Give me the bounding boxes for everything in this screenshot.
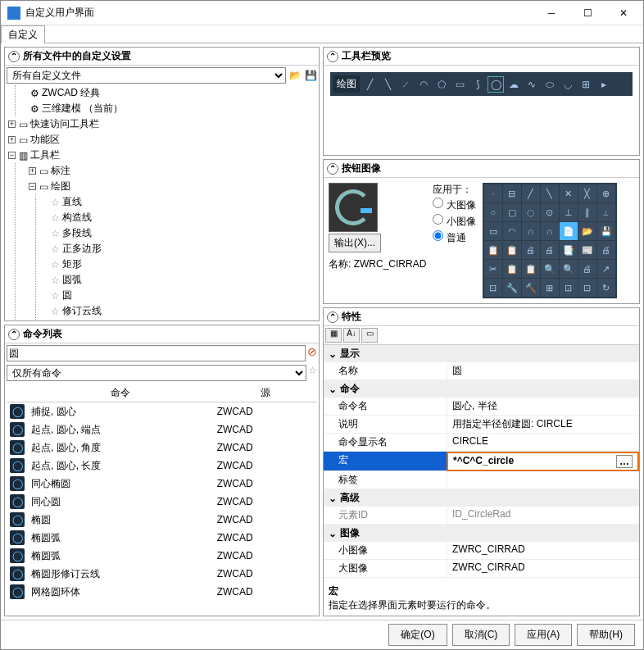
command-row[interactable]: ◯网格圆环体ZWCAD — [7, 583, 317, 601]
prop-desc[interactable]: 用指定半径创建圆: CIRCLE — [447, 416, 639, 434]
tree-item[interactable]: ☆修订云线 — [49, 303, 315, 319]
command-row[interactable]: ◯捕捉, 圆心ZWCAD — [7, 402, 317, 421]
insert-icon[interactable]: ⊞ — [578, 76, 594, 93]
help-button[interactable]: 帮助(H) — [577, 624, 635, 646]
prop-help-body: 指定在选择界面元素时要运行的命令。 — [329, 598, 634, 612]
prop-dispname[interactable]: CIRCLE — [447, 434, 639, 452]
command-row[interactable]: ◯椭圆ZWCAD — [7, 511, 317, 529]
command-row[interactable]: ◯起点, 圆心, 长度ZWCAD — [7, 457, 317, 475]
star-icon: ☆ — [49, 213, 61, 223]
more-icon[interactable]: ▸ — [596, 76, 612, 93]
prop-sort-button[interactable]: A↓ — [343, 328, 360, 343]
polygon-icon[interactable]: ⬠ — [433, 76, 450, 93]
radio-small[interactable]: 小图像 — [433, 213, 475, 230]
command-icon: ◯ — [10, 494, 25, 509]
prop-cmdname[interactable]: 圆心, 半径 — [447, 398, 639, 416]
tree-item[interactable]: ☆直线 — [49, 194, 315, 210]
arc-icon[interactable]: ◠ — [415, 76, 432, 93]
command-row[interactable]: ◯起点, 圆心, 端点ZWCAD — [7, 420, 317, 439]
chevron-down-icon[interactable]: ⌄ — [329, 348, 337, 360]
ellipse-icon[interactable]: ⬭ — [542, 76, 558, 93]
toolbar-preview: 绘图 ╱ ╲ ⟋ ◠ ⬠ ▭ ⟆ ◯ ☁ ∿ ⬭ ◡ ⊞ ▸ — [330, 72, 633, 96]
cloud-icon[interactable]: ☁ — [506, 76, 522, 93]
radio-normal[interactable]: 普通 — [433, 230, 475, 246]
spline-icon[interactable]: ∿ — [524, 76, 540, 93]
favorite-icon[interactable]: ☆ — [308, 365, 317, 381]
settings-tree[interactable]: ⚙ZWCAD 经典 ⚙三维建模 （当前） +▭快速访问工具栏 +▭功能区 −▥工… — [7, 84, 317, 320]
prop-name[interactable]: 圆 — [447, 362, 639, 380]
collapse-icon[interactable]: ⌃ — [8, 329, 20, 340]
icon-palette[interactable]: ·⊟╱╲✕╳⊕ ○▢◌⊙⊥∥⟂ ▭◠∩∩📄📂💾 📋📋🖨🖨📑📰🖨 ✂📋📋🔍🔍🖨↗ … — [483, 183, 617, 298]
tab-customize[interactable]: 自定义 — [1, 25, 45, 43]
command-row[interactable]: ◯同心椭圆ZWCAD — [7, 475, 317, 493]
collapse-icon[interactable]: ⌃ — [327, 311, 338, 323]
cancel-button[interactable]: 取消(C) — [452, 624, 510, 646]
command-icon: ◯ — [10, 512, 25, 527]
prop-tag[interactable] — [447, 471, 639, 489]
command-icon: ◯ — [10, 530, 25, 545]
arc2-icon[interactable]: ⟆ — [469, 76, 486, 93]
command-icon: ◯ — [10, 548, 25, 563]
panel-title-preview: 工具栏预览 — [342, 49, 391, 63]
titlebar: 自定义用户界面 ─ ☐ ✕ — [1, 1, 643, 25]
command-icon: ◯ — [10, 458, 25, 473]
prop-page-button[interactable]: ▭ — [361, 328, 378, 343]
prop-smallimg[interactable]: ZWRC_CIRRAD — [447, 542, 639, 560]
star-icon: ☆ — [49, 307, 61, 316]
collapse-icon[interactable]: ⌃ — [8, 51, 20, 62]
panel-title-cmdlist: 命令列表 — [23, 327, 62, 341]
tree-item[interactable]: ☆圆 — [49, 288, 315, 303]
command-row[interactable]: ◯椭圆弧ZWCAD — [7, 547, 317, 565]
minimize-button[interactable]: ─ — [533, 2, 569, 25]
star-icon: ☆ — [49, 229, 61, 239]
command-icon: ◯ — [10, 404, 25, 419]
command-search-input[interactable] — [7, 345, 306, 361]
button-image-preview — [329, 183, 378, 232]
image-name-value: ZWRC_CIRRAD — [354, 258, 427, 270]
star-icon: ☆ — [49, 260, 61, 270]
tree-item[interactable]: ☆构造线 — [49, 210, 315, 225]
prop-categorize-button[interactable]: ▦ — [325, 328, 342, 343]
pline-icon[interactable]: ⟋ — [397, 76, 414, 93]
window-title: 自定义用户界面 — [25, 6, 533, 20]
xline-icon[interactable]: ╲ — [379, 76, 396, 93]
command-icon: ◯ — [10, 584, 25, 599]
tree-item[interactable]: ☆矩形 — [49, 257, 315, 272]
open-file-icon[interactable]: 📂 — [289, 70, 302, 81]
prop-macro-edit-button[interactable]: … — [616, 455, 633, 468]
command-row[interactable]: ◯同心圆ZWCAD — [7, 493, 317, 511]
tree-item[interactable]: ☆多段线 — [49, 225, 315, 241]
command-filter-dropdown[interactable]: 仅所有命令 — [7, 365, 306, 381]
export-button[interactable]: 输出(X)... — [329, 234, 381, 252]
prop-largeimg[interactable]: ZWRC_CIRRAD — [447, 560, 639, 578]
prop-help-title: 宏 — [329, 584, 634, 598]
tree-item[interactable]: ☆圆弧 — [49, 272, 315, 288]
star-icon: ☆ — [49, 291, 61, 301]
ellipsearc-icon[interactable]: ◡ — [560, 76, 576, 93]
command-icon: ◯ — [10, 440, 25, 455]
app-icon — [7, 7, 20, 20]
command-row[interactable]: ◯起点, 圆心, 角度ZWCAD — [7, 439, 317, 457]
clear-search-icon[interactable]: ⊘ — [307, 345, 317, 361]
collapse-icon[interactable]: ⌃ — [327, 51, 338, 62]
settings-file-dropdown[interactable]: 所有自定义文件 — [7, 67, 286, 84]
maximize-button[interactable]: ☐ — [569, 2, 605, 25]
apply-button[interactable]: 应用(A) — [515, 624, 572, 646]
panel-title-settings: 所有文件中的自定义设置 — [23, 49, 131, 63]
star-icon: ☆ — [49, 198, 61, 207]
command-row[interactable]: ◯椭圆弧ZWCAD — [7, 529, 317, 547]
rect-icon[interactable]: ▭ — [451, 76, 468, 93]
tree-item[interactable]: ☆正多边形 — [49, 241, 315, 257]
command-row[interactable]: ◯椭圆形修订云线ZWCAD — [7, 565, 317, 583]
save-file-icon[interactable]: 💾 — [305, 70, 317, 81]
collapse-icon[interactable]: ⌃ — [327, 163, 338, 175]
tree-item[interactable]: ☆样条曲线 — [49, 319, 315, 320]
ok-button[interactable]: 确定(O) — [388, 624, 447, 646]
line-icon[interactable]: ╱ — [361, 76, 378, 93]
expander-icon[interactable]: + — [8, 120, 16, 128]
circle-icon[interactable]: ◯ — [488, 76, 504, 93]
radio-large[interactable]: 大图像 — [433, 197, 475, 213]
close-button[interactable]: ✕ — [605, 2, 642, 25]
prop-macro[interactable]: *^C^C_circle — [453, 455, 514, 468]
command-table[interactable]: 命令 源 ◯捕捉, 圆心ZWCAD◯起点, 圆心, 端点ZWCAD◯起点, 圆心… — [7, 384, 317, 601]
